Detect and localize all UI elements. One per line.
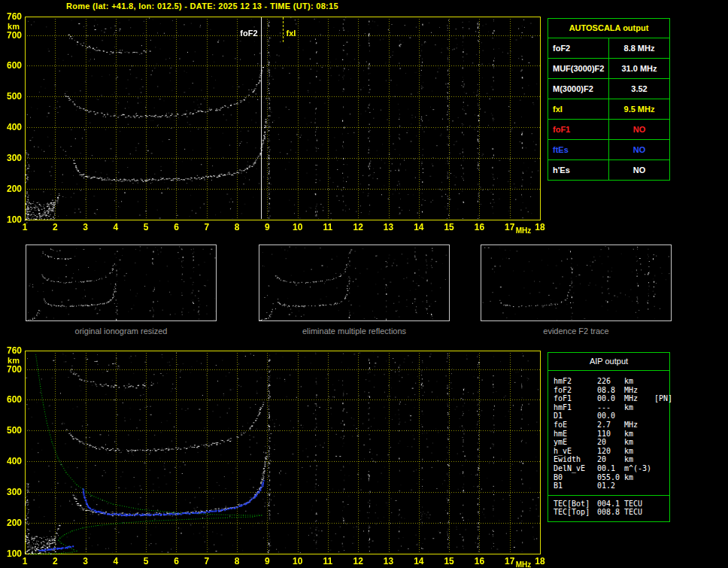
aip-table-title: AIP output [548,353,669,371]
thumbnail-eliminate-reflections-canvas [259,245,450,321]
aip-param-value: 120 [597,447,624,456]
aip-param-unit: km [624,403,654,412]
aip-param-value: 20 [597,455,624,464]
aip-row-B0: B0 055.0 km [554,473,666,482]
aip-param-extra [654,508,666,517]
aip-param-name: foF1 [554,394,597,403]
thumbnail-evidence-f2-canvas [481,245,672,321]
aip-row-DelN_vE: DelN_vE 00.1 m^(-3) [554,464,666,473]
autoscala-row-label: foF1 [548,120,609,139]
bottom-ionogram-canvas [0,334,548,568]
aip-param-value: 01.2 [597,481,624,491]
aip-param-unit: km [624,430,654,439]
aip-row-B1: B1 01.2 [554,481,666,491]
autoscala-table-title: AUTOSCALA output [548,19,669,38]
aip-param-unit: MHz [624,386,654,395]
autoscala-row-value: 8.8 MHz [609,38,669,58]
autoscala-row-label: ftEs [548,140,609,159]
aip-row-foF1: foF1 00.0 MHz [PN] [554,394,666,403]
aip-param-extra [654,386,666,395]
aip-param-value: 008.8 [597,508,624,517]
aip-param-unit [624,412,654,421]
autoscala-row-value: NO [609,160,669,180]
aip-param-extra [654,447,666,456]
autoscala-output-table: AUTOSCALA output foF2 8.8 MHz MUF(3000)F… [548,18,670,181]
aip-param-extra [654,438,666,447]
aip-param-value: 00.0 [597,412,624,421]
autoscala-row-muf3000f2: MUF(3000)F2 31.0 MHz [548,58,669,78]
autoscala-row-label: fxI [548,99,609,119]
aip-param-name: foF2 [554,386,597,395]
autoscala-row-label: foF2 [548,38,609,58]
aip-param-name: hmE [554,430,597,439]
aip-param-extra [654,464,666,473]
aip-param-extra [654,455,666,464]
aip-table-body: hmF2 226 km foF2 08.8 MHz foF1 00.0 MHz … [548,371,669,495]
aip-param-unit: MHz [624,421,654,430]
aip-param-unit: TECU [624,500,654,509]
aip-row-foF2: foF2 08.8 MHz [554,386,666,395]
aip-param-extra [654,403,666,412]
top-ionogram-canvas [0,0,548,238]
autoscala-row-value: 9.5 MHz [609,99,669,119]
aip-param-unit: MHz [624,394,654,403]
aip-row-D1: D1 00.0 [554,412,666,421]
aip-tec-section: TEC[Bot] 004.1 TECU TEC[Top] 008.8 TECU [548,495,669,521]
aip-param-name: DelN_vE [554,464,597,473]
aip-row-h_vE: h_vE 120 km [554,447,666,456]
autoscala-row-hpEs: h'Es NO [548,159,669,180]
autoscala-row-ftEs: ftEs NO [548,139,669,159]
thumbnail-original-ionogram-canvas [26,245,217,321]
autoscala-row-m3000f2: M(3000)F2 3.52 [548,78,669,99]
aip-param-name: h_vE [554,447,597,456]
aip-row-ymE: ymE 20 km [554,438,666,447]
autoscala-row-label: h'Es [548,160,609,180]
aip-param-extra [654,481,666,491]
aip-row-hmE: hmE 110 km [554,430,666,439]
autoscala-row-foF1: foF1 NO [548,119,669,139]
autoscala-row-value: NO [609,140,669,159]
aip-param-value: --- [597,403,624,412]
autoscala-row-value: NO [609,120,669,139]
aip-row-tec-bot: TEC[Bot] 004.1 TECU [554,500,666,509]
aip-param-name: B0 [554,473,597,482]
aip-param-unit [624,481,654,491]
aip-param-name: hmF2 [554,377,597,386]
aip-param-extra [654,421,666,430]
aip-param-value: 004.1 [597,500,624,509]
aip-param-value: 110 [597,430,624,439]
autoscala-row-foF2: foF2 8.8 MHz [548,38,669,58]
aip-param-name: D1 [554,412,597,421]
autoscala-row-value: 31.0 MHz [609,59,669,78]
aip-param-extra [654,430,666,439]
aip-row-tec-top: TEC[Top] 008.8 TECU [554,508,666,517]
aip-param-unit: km [624,455,654,464]
aip-output-table: AIP output hmF2 226 km foF2 08.8 MHz foF… [548,352,670,522]
aip-param-unit: km [624,447,654,456]
aip-param-name: TEC[Bot] [554,500,597,509]
aip-param-extra [654,412,666,421]
aip-param-name: foE [554,421,597,430]
autoscala-row-fxI: fxI 9.5 MHz [548,99,669,119]
aip-param-unit: m^(-3) [624,464,654,473]
aip-param-name: Ewidth [554,455,597,464]
autoscala-row-label: M(3000)F2 [548,79,609,99]
aip-param-value: 08.8 [597,386,624,395]
aip-param-extra [654,377,666,386]
aip-row-hmF2: hmF2 226 km [554,377,666,386]
aip-param-unit: km [624,377,654,386]
aip-param-value: 226 [597,377,624,386]
aip-param-name: hmF1 [554,403,597,412]
aip-row-foE: foE 2.7 MHz [554,421,666,430]
aip-param-unit: TECU [624,508,654,517]
aip-param-name: B1 [554,481,597,491]
aip-param-value: 00.1 [597,464,624,473]
autoscala-row-label: MUF(3000)F2 [548,59,609,78]
aip-param-unit: km [624,473,654,482]
aip-param-value: 2.7 [597,421,624,430]
aip-param-value: 20 [597,438,624,447]
aip-row-hmF1: hmF1 --- km [554,403,666,412]
aip-param-value: 00.0 [597,394,624,403]
aip-param-extra: [PN] [654,394,672,403]
aip-param-unit: km [624,438,654,447]
